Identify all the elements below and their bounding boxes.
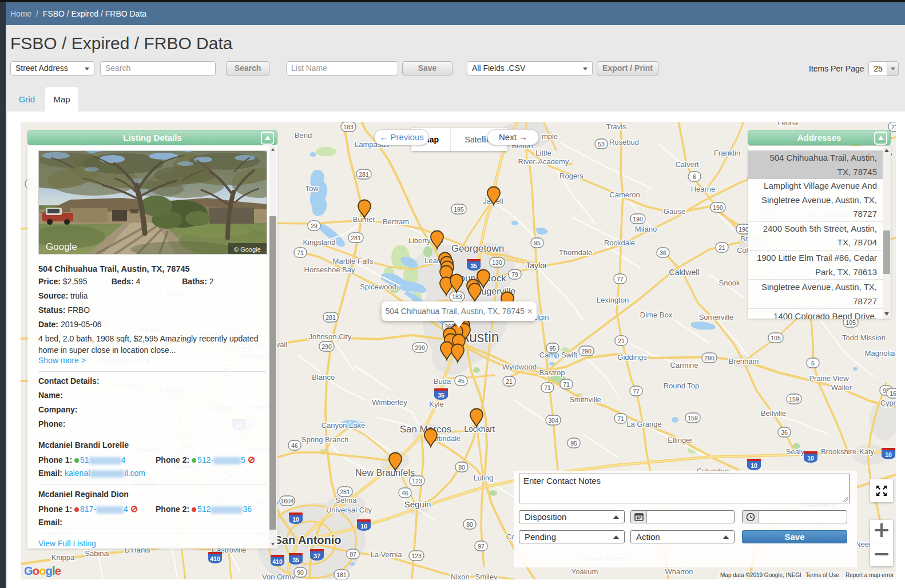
- svg-text:Yoakum: Yoakum: [571, 567, 598, 576]
- svg-text:79: 79: [511, 271, 518, 278]
- svg-text:Nixon: Nixon: [450, 573, 469, 579]
- svg-text:281: 281: [326, 314, 336, 321]
- svg-text:Rogers: Rogers: [559, 172, 584, 180]
- svg-text:Brookshire: Brookshire: [821, 447, 856, 456]
- svg-text:Selma: Selma: [336, 496, 358, 504]
- svg-text:10: 10: [360, 523, 367, 530]
- svg-text:Caldwell: Caldwell: [669, 268, 700, 277]
- svg-text:Wyldwood: Wyldwood: [502, 363, 537, 371]
- svg-text:Spring Branch: Spring Branch: [301, 435, 348, 444]
- svg-text:Gause: Gause: [664, 207, 685, 216]
- svg-text:Rockdale: Rockdale: [604, 239, 635, 247]
- svg-text:77: 77: [617, 276, 624, 283]
- svg-text:Cameron: Cameron: [609, 190, 640, 199]
- svg-text:Spicewood: Spicewood: [360, 283, 396, 291]
- svg-text:Leona: Leona: [777, 122, 799, 127]
- svg-text:Ellinger: Ellinger: [668, 436, 693, 444]
- svg-text:Wimberley: Wimberley: [372, 398, 407, 407]
- svg-text:16: 16: [890, 390, 896, 397]
- svg-text:281: 281: [340, 488, 350, 495]
- svg-text:Marble Falls: Marble Falls: [333, 257, 374, 265]
- svg-text:Smithville: Smithville: [569, 395, 601, 404]
- svg-text:Blanco: Blanco: [312, 373, 335, 382]
- svg-text:Google: Google: [46, 241, 77, 252]
- svg-text:Milano: Milano: [635, 225, 657, 233]
- svg-text:35: 35: [292, 557, 299, 563]
- svg-text:36: 36: [660, 249, 666, 256]
- svg-text:21: 21: [891, 124, 896, 130]
- svg-text:281: 281: [351, 235, 361, 241]
- svg-text:290: 290: [581, 348, 592, 355]
- svg-text:Seguin: Seguin: [404, 499, 431, 509]
- svg-text:Horseshoe Bay: Horseshoe Bay: [304, 265, 355, 274]
- svg-text:80: 80: [466, 521, 473, 528]
- svg-text:Katy: Katy: [859, 447, 875, 456]
- svg-text:Brenham: Brenham: [729, 357, 759, 365]
- svg-text:Calvert: Calvert: [675, 160, 699, 169]
- svg-text:21: 21: [506, 378, 513, 385]
- svg-text:Lexington: Lexington: [597, 296, 629, 304]
- svg-text:21: 21: [719, 244, 725, 251]
- svg-text:37: 37: [313, 553, 320, 559]
- svg-text:Cypre: Cypre: [880, 399, 896, 407]
- svg-text:Travis: Travis: [606, 122, 626, 131]
- svg-text:Round Top: Round Top: [664, 382, 700, 390]
- svg-text:195: 195: [454, 206, 464, 213]
- svg-text:190: 190: [713, 204, 723, 211]
- svg-text:Wharton: Wharton: [665, 567, 693, 576]
- svg-text:La Vernia: La Vernia: [371, 550, 403, 559]
- svg-text:Todd Mission: Todd Mission: [842, 333, 886, 342]
- svg-text:159: 159: [789, 396, 799, 403]
- svg-text:10: 10: [751, 462, 757, 469]
- svg-text:Taylor: Taylor: [526, 261, 547, 270]
- svg-text:183: 183: [452, 293, 462, 300]
- svg-text:River-Academy: River-Academy: [518, 157, 569, 166]
- svg-text:90: 90: [297, 569, 304, 576]
- svg-text:Buda: Buda: [434, 377, 451, 386]
- svg-text:Thorndale: Thorndale: [559, 248, 593, 257]
- svg-text:87: 87: [350, 551, 356, 558]
- svg-text:Sabinal: Sabinal: [85, 549, 109, 558]
- svg-text:Somerville: Somerville: [699, 313, 734, 321]
- svg-text:Rosebud: Rosebud: [609, 138, 639, 146]
- svg-text:95: 95: [549, 345, 556, 352]
- svg-text:281: 281: [359, 171, 369, 178]
- svg-text:80: 80: [458, 464, 465, 471]
- svg-text:Magnolia: Magnolia: [865, 349, 896, 357]
- svg-text:105: 105: [771, 335, 781, 341]
- svg-text:97: 97: [478, 543, 485, 550]
- svg-text:Universal City: Universal City: [326, 506, 372, 514]
- svg-text:35: 35: [470, 263, 477, 269]
- svg-text:410: 410: [210, 555, 220, 562]
- svg-text:San Antonio: San Antonio: [274, 534, 341, 546]
- svg-text:Bend: Bend: [295, 131, 312, 140]
- svg-text:130: 130: [492, 259, 502, 266]
- svg-text:29: 29: [311, 223, 317, 229]
- svg-text:46: 46: [291, 442, 298, 449]
- svg-text:© Google: © Google: [234, 246, 261, 253]
- svg-text:Kingsland: Kingsland: [303, 238, 335, 247]
- svg-text:Sealy: Sealy: [786, 447, 805, 456]
- svg-text:95: 95: [534, 240, 541, 247]
- svg-text:Von Ormy: Von Ormy: [262, 573, 295, 579]
- svg-text:mple: mple: [542, 132, 558, 141]
- svg-text:21: 21: [618, 337, 625, 344]
- svg-text:77: 77: [633, 388, 640, 395]
- svg-text:35: 35: [438, 392, 444, 399]
- svg-text:6: 6: [811, 360, 815, 367]
- svg-text:181: 181: [336, 571, 347, 578]
- svg-text:Georgetown: Georgetown: [451, 243, 505, 254]
- svg-text:183: 183: [343, 124, 354, 130]
- svg-text:Camp Swift: Camp Swift: [539, 351, 578, 359]
- svg-text:Giddings: Giddings: [617, 353, 647, 361]
- svg-text:Dime Box: Dime Box: [640, 311, 673, 319]
- svg-text:159: 159: [688, 415, 698, 422]
- svg-text:Kyle: Kyle: [429, 400, 443, 408]
- svg-text:Luling: Luling: [474, 474, 494, 482]
- svg-text:71: 71: [563, 381, 570, 388]
- svg-text:Bastrop: Bastrop: [539, 368, 565, 377]
- svg-text:53: 53: [598, 141, 605, 148]
- svg-text:Knippa: Knippa: [51, 553, 75, 562]
- svg-text:71: 71: [617, 415, 624, 422]
- svg-text:Johnson City: Johnson City: [308, 332, 352, 341]
